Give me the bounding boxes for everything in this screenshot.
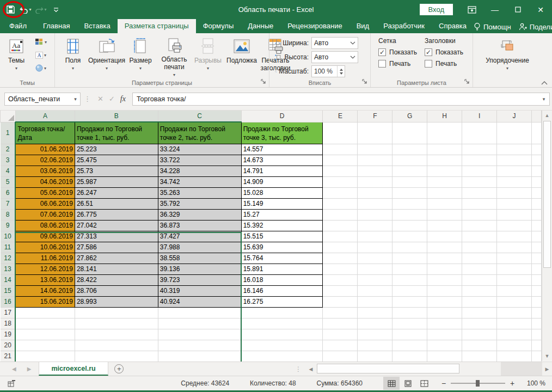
cell-A20[interactable]	[15, 340, 75, 351]
cell-J9[interactable]	[497, 220, 532, 231]
cell-C9[interactable]: 36.873	[158, 220, 241, 231]
cell-D17[interactable]	[241, 307, 323, 318]
cell-D12[interactable]: 15.764	[241, 253, 323, 264]
cell-I21[interactable]	[462, 351, 497, 362]
cell-X6[interactable]	[531, 187, 541, 198]
row-header-14[interactable]: 14	[1, 274, 16, 285]
cell-B11[interactable]: 27.586	[75, 242, 158, 253]
tab-7[interactable]: Вид	[349, 19, 377, 33]
cell-E21[interactable]	[323, 351, 358, 362]
cell-B7[interactable]: 26.51	[75, 198, 158, 209]
row-header-15[interactable]: 15	[1, 285, 16, 296]
cell-E5[interactable]	[323, 176, 358, 187]
themes-button[interactable]: Aa Темы▾	[1, 35, 32, 77]
print-area-button[interactable]: Область печати▾	[157, 35, 191, 77]
column-header-E[interactable]: E	[323, 111, 358, 122]
cell-A9[interactable]: 08.06.2019	[15, 220, 75, 231]
row-header-1[interactable]: 1	[1, 122, 16, 144]
status-average[interactable]: Среднее: 43624	[181, 379, 229, 387]
cell-I18[interactable]	[462, 318, 497, 329]
cell-G6[interactable]	[392, 187, 427, 198]
cell-B19[interactable]	[75, 329, 158, 340]
formula-bar-splitter[interactable]: ⋮	[84, 95, 91, 103]
tab-8[interactable]: Разработчик	[376, 19, 432, 33]
orientation-button[interactable]: Ориентация▾	[90, 35, 124, 77]
cell-H21[interactable]	[427, 351, 462, 362]
cell-F10[interactable]	[358, 231, 392, 242]
cell-B13[interactable]: 28.141	[75, 264, 158, 274]
row-header-10[interactable]: 10	[1, 231, 16, 242]
cell-H1[interactable]	[427, 122, 462, 144]
cell-X5[interactable]	[531, 176, 541, 187]
column-header-A[interactable]: A	[15, 111, 75, 122]
fit-width-select[interactable]: Авто	[311, 37, 358, 49]
cell-A13[interactable]: 12.06.2019	[15, 264, 75, 274]
cell-H4[interactable]	[427, 166, 462, 176]
row-header-18[interactable]: 18	[1, 318, 16, 329]
new-sheet-button[interactable]: +	[108, 362, 130, 376]
cell-H17[interactable]	[427, 307, 462, 318]
cell-C6[interactable]: 35.263	[158, 187, 241, 198]
cell-F16[interactable]	[358, 296, 392, 307]
cell-X11[interactable]	[531, 242, 541, 253]
cell-G2[interactable]	[392, 144, 427, 155]
cell-F17[interactable]	[358, 307, 392, 318]
cell-X15[interactable]	[531, 285, 541, 296]
cell-X20[interactable]	[531, 340, 541, 351]
formula-input[interactable]: Торговая точка/ ▾	[132, 93, 550, 106]
cell-I9[interactable]	[462, 220, 497, 231]
cell-H19[interactable]	[427, 329, 462, 340]
cell-A4[interactable]: 03.06.2019	[15, 166, 75, 176]
cell-J8[interactable]	[497, 209, 532, 220]
normal-view-button[interactable]	[383, 377, 400, 390]
cell-J12[interactable]	[497, 253, 532, 264]
cell-G16[interactable]	[392, 296, 427, 307]
tab-9[interactable]: Справка	[432, 19, 474, 33]
share-button[interactable]: Поделиться	[519, 23, 552, 31]
cell-A2[interactable]: 01.06.2019	[15, 144, 75, 155]
maximize-button[interactable]	[506, 0, 529, 19]
cell-D21[interactable]	[241, 351, 323, 362]
cell-D2[interactable]: 14.557	[241, 144, 323, 155]
cell-G12[interactable]	[392, 253, 427, 264]
row-header-11[interactable]: 11	[1, 242, 16, 253]
row-header-20[interactable]: 20	[1, 340, 16, 351]
cell-C10[interactable]: 37.427	[158, 231, 241, 242]
redo-button[interactable]: ▾	[34, 3, 48, 17]
cell-B17[interactable]	[75, 307, 158, 318]
cell-E2[interactable]	[323, 144, 358, 155]
row-header-3[interactable]: 3	[1, 155, 16, 166]
row-header-5[interactable]: 5	[1, 176, 16, 187]
cell-X8[interactable]	[531, 209, 541, 220]
cell-J2[interactable]	[497, 144, 532, 155]
cell-J11[interactable]	[497, 242, 532, 253]
cell-B6[interactable]: 26.247	[75, 187, 158, 198]
column-header-F[interactable]: F	[358, 111, 392, 122]
cell-C21[interactable]	[158, 351, 241, 362]
cell-X10[interactable]	[531, 231, 541, 242]
tab-2[interactable]: Вставка	[77, 19, 117, 33]
cell-J14[interactable]	[497, 274, 532, 285]
macro-record-button[interactable]	[8, 380, 16, 387]
cell-G3[interactable]	[392, 155, 427, 166]
cell-X9[interactable]	[531, 220, 541, 231]
column-header-H[interactable]: H	[427, 111, 462, 122]
cell-E11[interactable]	[323, 242, 358, 253]
cell-X12[interactable]	[531, 253, 541, 264]
customize-qat-button[interactable]	[49, 3, 63, 17]
tab-4[interactable]: Формулы	[196, 19, 241, 33]
fit-dialog-launcher[interactable]	[362, 79, 369, 85]
confirm-entry-button[interactable]: ✓	[109, 95, 115, 103]
cell-H12[interactable]	[427, 253, 462, 264]
cell-I13[interactable]	[462, 264, 497, 274]
row-header-9[interactable]: 9	[1, 220, 16, 231]
cell-F6[interactable]	[358, 187, 392, 198]
cell-I16[interactable]	[462, 296, 497, 307]
cell-J4[interactable]	[497, 166, 532, 176]
cell-X4[interactable]	[531, 166, 541, 176]
cell-C8[interactable]: 36.329	[158, 209, 241, 220]
cell-D6[interactable]: 15.028	[241, 187, 323, 198]
cell-D8[interactable]: 15.27	[241, 209, 323, 220]
cell-F9[interactable]	[358, 220, 392, 231]
row-header-21[interactable]: 21	[1, 351, 16, 362]
